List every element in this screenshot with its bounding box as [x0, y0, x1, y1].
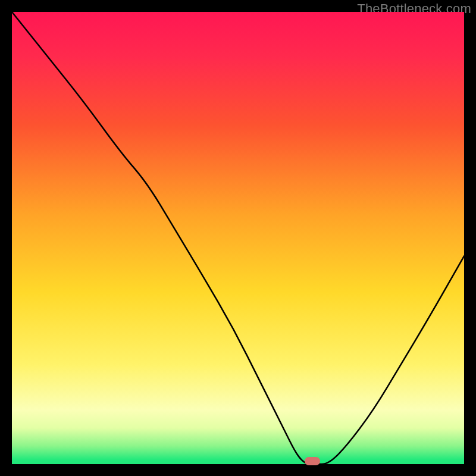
- chart-frame: TheBottleneck.com: [0, 0, 476, 476]
- bottleneck-curve: [12, 12, 464, 464]
- plot-area: [12, 12, 464, 464]
- curve-layer: [12, 12, 464, 464]
- optimal-marker: [305, 457, 320, 465]
